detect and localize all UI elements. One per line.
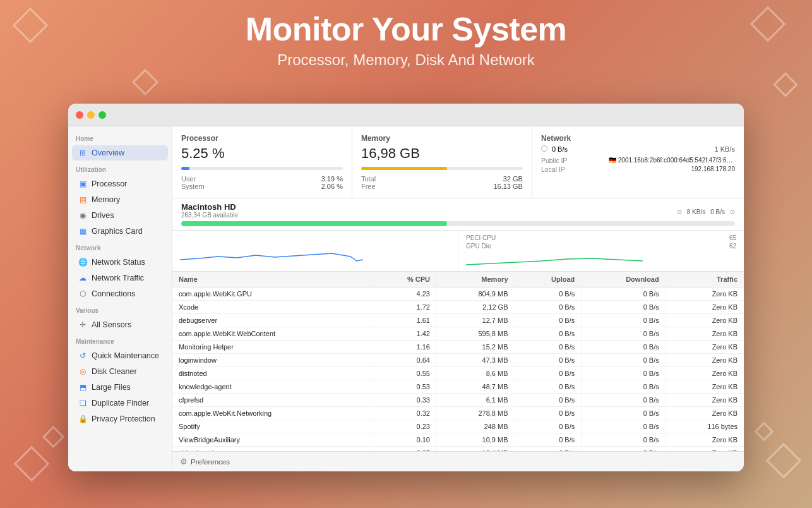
drives-icon: ◉ [78,211,87,220]
table-row[interactable]: siriactionsd0.0718,4 MB0 B/s0 B/sZero KB [172,447,744,452]
processor-user-label: User [181,175,196,183]
table-row[interactable]: distnoted0.558,6 MB0 B/s0 B/sZero KB [172,367,744,380]
sidebar-item-privacy-protection[interactable]: 🔒 Privacy Protection [72,411,168,426]
network-speed-row: 0 B/s 1 KB/s [541,145,735,153]
table-cell-0-5: Zero KB [666,287,744,301]
table-cell-7-5: Zero KB [666,380,744,394]
sidebar-item-overview[interactable]: ⊞ Overview [72,145,168,160]
sidebar-item-drives-label: Drives [92,211,114,220]
table-cell-1-5: Zero KB [666,301,744,314]
table-cell-9-0: com.apple.WebKit.Networking [172,407,371,420]
memory-card: Memory 16,98 GB Total 32 GB Free 16,13 G… [352,126,532,198]
memory-mini-chart [466,250,736,267]
table-cell-7-0: knowledge-agent [172,380,371,394]
table-row[interactable]: loginwindow0.6447,3 MB0 B/s0 B/sZero KB [172,354,744,367]
sidebar-item-disk-cleaner[interactable]: ◎ Disk Cleaner [72,364,168,379]
table-row[interactable]: knowledge-agent0.5348,7 MB0 B/s0 B/sZero… [172,380,744,394]
table-cell-6-1: 0.55 [371,367,437,380]
sidebar-item-graphics-card[interactable]: ▦ Graphics Card [72,224,168,239]
network-card: Network 0 B/s 1 KB/s Public IP 🇩🇪 2001:1… [532,126,744,198]
memory-icon: ▤ [78,195,87,204]
process-table-container[interactable]: Name % CPU Memory Upload Download Traffi… [172,272,744,451]
sidebar-item-quick-maintenance-label: Quick Maintenance [92,351,159,360]
traffic-lights [76,111,106,119]
table-row[interactable]: ViewBridgeAuxiliary0.1010,9 MB0 B/s0 B/s… [172,433,744,447]
sidebar-item-drives[interactable]: ◉ Drives [72,208,168,223]
memory-card-title: Memory [361,134,523,143]
sidebar-item-connections[interactable]: ⬡ Connections [72,286,168,301]
sidebar-item-all-sensors[interactable]: ✛ All Sensors [72,317,168,332]
table-cell-10-3: 0 B/s [515,420,582,433]
duplicate-finder-icon: ❏ [78,399,87,408]
sidebar-item-duplicate-finder[interactable]: ❏ Duplicate Finder [72,396,168,411]
table-cell-12-5: Zero KB [666,447,744,452]
table-cell-6-0: distnoted [172,367,371,380]
preferences-item[interactable]: ⚙ Preferences [180,457,230,466]
table-cell-0-1: 4.23 [371,287,437,301]
table-cell-1-4: 0 B/s [582,301,666,314]
maximize-button[interactable] [99,111,106,119]
col-memory: Memory [436,272,515,287]
sidebar-item-memory[interactable]: ▤ Memory [72,192,168,207]
sidebar-item-quick-maintenance[interactable]: ↺ Quick Maintenance [72,348,168,363]
col-upload: Upload [515,272,582,287]
sidebar-item-network-status[interactable]: 🌐 Network Status [72,255,168,270]
table-row[interactable]: debugserver1.6112,7 MB0 B/s0 B/sZero KB [172,314,744,327]
gpu-sensor-row2: GPU Die 62 [466,243,736,250]
table-header: Name % CPU Memory Upload Download Traffi… [172,272,744,287]
network-down: 0 B/s [541,145,568,153]
processor-chart-area [172,231,458,271]
close-button[interactable] [76,111,83,119]
network-down-indicator [541,145,547,152]
minimize-button[interactable] [87,111,95,119]
memory-free-stats: Free 16,13 GB [361,183,523,190]
processor-user-value: 3.19 % [321,175,343,183]
col-traffic: Traffic [666,272,744,287]
table-cell-10-1: 0.23 [371,420,437,433]
table-row[interactable]: Spotify0.23248 MB0 B/s0 B/s116 bytes [172,420,744,433]
sidebar-item-processor[interactable]: ▣ Processor [72,176,168,191]
table-cell-11-4: 0 B/s [582,433,666,447]
table-cell-4-3: 0 B/s [515,341,582,354]
main-content: Processor 5.25 % User 3.19 % System 2.06… [172,126,744,471]
sidebar-item-network-traffic[interactable]: ☁ Network Traffic [72,270,168,286]
quick-maintenance-icon: ↺ [78,351,87,360]
disk-read-indicator: ⊙ [677,209,682,215]
title-bar [68,104,744,126]
table-row[interactable]: com.apple.WebKit.GPU4.23804,9 MB0 B/s0 B… [172,287,744,301]
table-cell-12-2: 18,4 MB [436,447,515,452]
table-row[interactable]: Xcode1.722,12 GB0 B/s0 B/sZero KB [172,301,744,314]
table-row[interactable]: com.apple.WebKit.WebContent1.42595,8 MB0… [172,327,744,341]
sidebar-item-large-files[interactable]: ⬒ Large Files [72,380,168,395]
table-cell-0-0: com.apple.WebKit.GPU [172,287,371,301]
table-row[interactable]: cfprefsd0.336,1 MB0 B/s0 B/sZero KB [172,394,744,407]
table-header-row: Name % CPU Memory Upload Download Traffi… [172,272,744,287]
table-row[interactable]: com.apple.WebKit.Networking0.32278,8 MB0… [172,407,744,420]
network-public-ip-row: Public IP 🇩🇪 2001:16b8:2b6f:c000:64d5:54… [541,157,735,164]
sidebar-item-memory-label: Memory [92,195,120,204]
disk-name: Macintosh HD [181,202,238,212]
table-cell-12-0: siriactionsd [172,447,371,452]
disk-read-speed: 8 KB/s [687,209,705,215]
table-cell-5-1: 0.64 [371,354,437,367]
table-cell-8-3: 0 B/s [515,394,582,407]
table-cell-7-3: 0 B/s [515,380,582,394]
table-cell-11-2: 10,9 MB [436,433,515,447]
public-ip-value: 🇩🇪 2001:16b8:2b6f:c000:64d5:542f:47f3:6b… [609,157,735,164]
sidebar: Home ⊞ Overview Utilization ▣ Processor … [68,126,172,471]
table-row[interactable]: Monitoring Helper1.1615,2 MB0 B/s0 B/sZe… [172,341,744,354]
various-section-label: Various [68,302,172,317]
sidebar-item-privacy-protection-label: Privacy Protection [92,414,155,423]
processor-system-value: 2.06 % [321,183,343,190]
memory-total-stats: Total 32 GB [361,175,523,183]
process-table-body: com.apple.WebKit.GPU4.23804,9 MB0 B/s0 B… [172,287,744,452]
table-cell-8-5: Zero KB [666,394,744,407]
home-section-label: Home [68,130,172,145]
table-cell-9-2: 278,8 MB [436,407,515,420]
table-cell-2-5: Zero KB [666,314,744,327]
process-table: Name % CPU Memory Upload Download Traffi… [172,272,744,451]
col-cpu: % CPU [371,272,437,287]
network-section-label: Network [68,239,172,254]
table-cell-7-1: 0.53 [371,380,437,394]
peci-value: 65 [729,234,736,241]
